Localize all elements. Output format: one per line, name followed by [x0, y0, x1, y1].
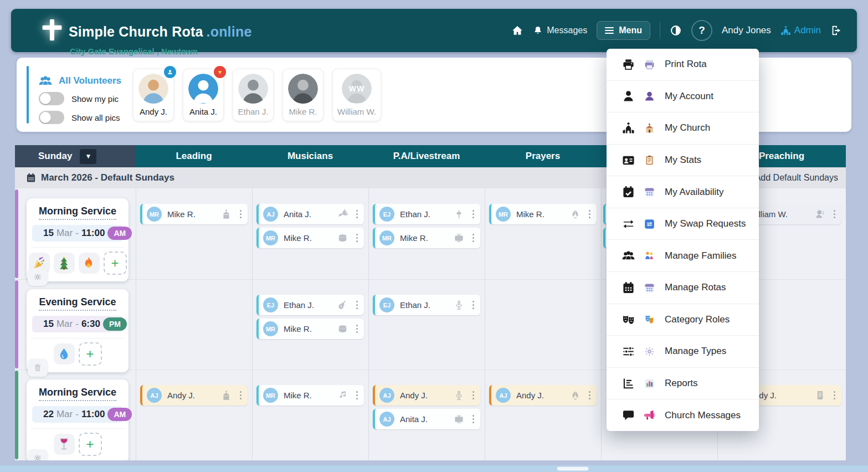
assignment-chip-andy-j[interactable]: AJAndy J.: [489, 385, 597, 406]
add-tag-button[interactable]: +: [79, 342, 102, 366]
toggle-switch[interactable]: [39, 92, 64, 105]
chip-options-kebab[interactable]: [239, 208, 243, 220]
show-all-pics-toggle[interactable]: Show all pics: [39, 111, 120, 124]
service-title[interactable]: Morning Service: [39, 206, 116, 220]
admin-link[interactable]: Admin: [780, 25, 821, 36]
menu-item-label: Reports: [665, 378, 698, 389]
chip-options-kebab[interactable]: [588, 389, 592, 401]
service-card[interactable]: Morning Service15Mar-11:00AM+: [27, 198, 129, 281]
service-accent-strip: [15, 189, 18, 278]
menu-item-reports[interactable]: Reports: [607, 368, 759, 400]
contrast-toggle-icon[interactable]: [670, 24, 682, 37]
gear-button[interactable]: [28, 268, 48, 286]
chip-options-kebab[interactable]: [471, 232, 475, 244]
gear-button[interactable]: [28, 449, 48, 460]
assignment-chip-mike-r[interactable]: MRMike R.: [256, 385, 364, 406]
assignment-chip-andy-j[interactable]: AJAndy J.: [140, 385, 248, 406]
filter-dropdown-icon[interactable]: ▼: [80, 149, 96, 164]
add-default-sundays-button[interactable]: Add Default Sundays: [755, 173, 838, 183]
menu-item-my-swap-requests[interactable]: My Swap Requests: [607, 208, 759, 240]
assignment-chip-andy-j[interactable]: AJAndy J.: [373, 385, 480, 406]
volunteer-card-anita-j[interactable]: ♥Anita J.: [183, 69, 224, 121]
horizontal-scrollbar[interactable]: [0, 465, 868, 472]
guitar-icon: [337, 300, 348, 310]
volunteer-card-andy-j[interactable]: Andy J.: [133, 69, 174, 121]
droplet-emoji-icon[interactable]: [54, 343, 75, 365]
tree-emoji-icon[interactable]: [54, 253, 75, 274]
service-title[interactable]: Evening Service: [39, 296, 116, 311]
volunteer-card-ethan-j[interactable]: Ethan J.: [233, 69, 274, 121]
app-title: Simple Church Rota.online: [69, 24, 252, 40]
assignment-chip-mike-r[interactable]: MRMike R.: [140, 204, 248, 224]
menu-item-manage-families[interactable]: Manage Families: [607, 240, 759, 272]
chip-options-kebab[interactable]: [355, 232, 359, 244]
messages-button[interactable]: Messages: [533, 25, 587, 35]
menu-item-my-stats[interactable]: My Stats: [607, 145, 759, 177]
trash-button[interactable]: [28, 359, 48, 377]
chip-options-kebab[interactable]: [355, 389, 359, 401]
assignment-chip-mike-r[interactable]: MRMike R.: [256, 319, 364, 339]
scrollbar-thumb[interactable]: [557, 466, 589, 471]
chip-options-kebab[interactable]: [588, 208, 592, 220]
volunteer-name: Mike R.: [283, 107, 323, 116]
volunteer-card-mike-r[interactable]: Mike R.: [283, 69, 323, 121]
toggle-switch[interactable]: [39, 111, 64, 124]
column-header-prayers[interactable]: Prayers: [485, 145, 601, 167]
assignment-chip-ethan-j[interactable]: EJEthan J.: [373, 295, 480, 315]
chip-options-kebab[interactable]: [833, 389, 836, 401]
app-root: Simple Church Rota.online City Gate Evan…: [0, 0, 868, 472]
help-button[interactable]: ?: [691, 20, 712, 41]
menu-item-manage-types[interactable]: Manage Types: [607, 336, 759, 368]
menu-item-my-church[interactable]: My Church: [607, 112, 759, 145]
menu-item-my-availability[interactable]: My Availability: [607, 176, 759, 208]
my-church-glyph-icon: [622, 122, 635, 135]
menu-item-manage-rotas[interactable]: Manage Rotas: [607, 272, 759, 304]
app-title-text: Simple Church Rota: [69, 24, 203, 39]
assignment-chip-anita-j[interactable]: AJAnita J.: [373, 409, 480, 429]
chip-options-kebab[interactable]: [471, 208, 475, 220]
service-card[interactable]: Evening Service15Mar-6:30PM+: [27, 289, 129, 372]
chip-options-kebab[interactable]: [471, 413, 475, 425]
menu-item-label: My Availability: [665, 187, 723, 198]
menu-button[interactable]: Menu: [597, 21, 650, 40]
calendar-icon: [26, 173, 36, 183]
category-roles-emoji-icon: [644, 314, 655, 325]
assignment-chip-mike-r[interactable]: MRMike R.: [373, 228, 480, 248]
show-my-pic-toggle[interactable]: Show my pic: [39, 92, 119, 105]
chip-options-kebab[interactable]: [355, 323, 359, 335]
logout-icon[interactable]: [830, 24, 843, 37]
manage-types-emoji-icon: [644, 346, 655, 357]
chip-options-kebab[interactable]: [471, 299, 475, 311]
menu-item-my-account[interactable]: My Account: [607, 81, 759, 113]
column-header-sunday[interactable]: Sunday▼: [15, 145, 136, 167]
assignment-chip-ethan-j[interactable]: EJEthan J.: [256, 295, 364, 315]
column-header-musicians[interactable]: Musicians: [252, 145, 368, 167]
column-header-leading[interactable]: Leading: [136, 145, 252, 167]
menu-item-print-rota[interactable]: Print Rota: [607, 49, 759, 81]
add-tag-button[interactable]: +: [104, 252, 127, 275]
chip-options-kebab[interactable]: [355, 299, 359, 311]
add-tag-button[interactable]: +: [79, 433, 102, 456]
assignment-chip-mike-r[interactable]: MRMike R.: [256, 228, 364, 248]
chip-options-kebab[interactable]: [471, 389, 475, 401]
menu-item-church-messages[interactable]: Church Messages: [607, 399, 759, 431]
chip-options-kebab[interactable]: [833, 208, 836, 220]
chip-name: Ethan J.: [284, 300, 314, 310]
chip-options-kebab[interactable]: [355, 208, 359, 220]
assignment-chip-anita-j[interactable]: AJAnita J.: [256, 204, 364, 224]
volunteer-card-william-w[interactable]: WWWilliam W.: [332, 69, 381, 121]
service-title[interactable]: Morning Service: [39, 387, 116, 401]
column-header-p-a-livestream[interactable]: P.A/Livestream: [368, 145, 485, 167]
chip-avatar: EJ: [263, 297, 278, 312]
home-icon[interactable]: [511, 24, 523, 37]
fire-emoji-icon[interactable]: [79, 253, 100, 274]
bell-icon: [533, 25, 543, 35]
menu-item-category-roles[interactable]: Category Roles: [607, 304, 759, 336]
column-header-label: Prayers: [526, 151, 560, 162]
wine-emoji-icon[interactable]: [54, 434, 75, 455]
assignment-chip-mike-r[interactable]: MRMike R.: [489, 204, 597, 224]
chip-options-kebab[interactable]: [239, 389, 243, 401]
service-datetime: 15Mar-6:30PM: [32, 316, 123, 332]
assignment-chip-ethan-j[interactable]: EJEthan J.: [373, 204, 480, 224]
service-card[interactable]: Morning Service22Mar-11:00AM+: [27, 379, 129, 460]
